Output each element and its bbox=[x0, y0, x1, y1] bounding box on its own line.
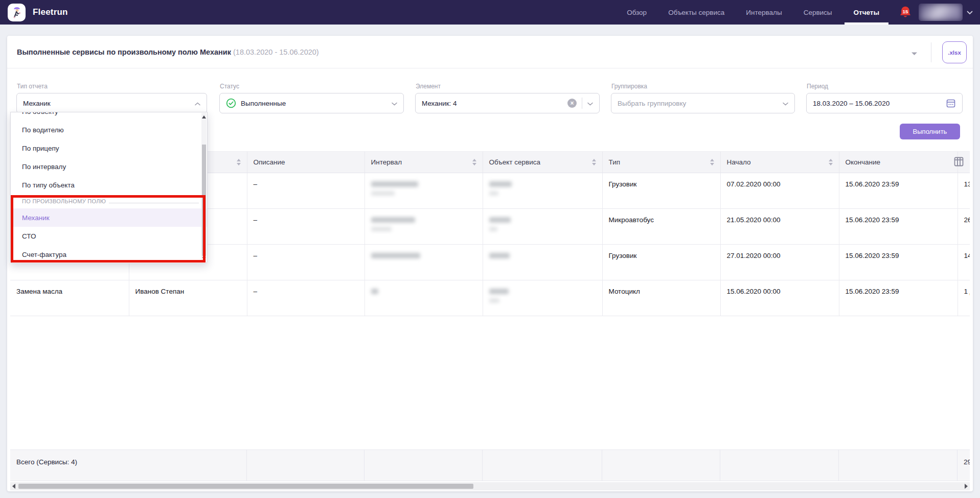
chevron-down-icon bbox=[783, 100, 788, 107]
totals-cell bbox=[483, 450, 602, 481]
table-cell bbox=[364, 245, 483, 280]
dropdown-option-by-trailer[interactable]: По прицепу bbox=[11, 139, 207, 157]
dropdown-scrollbar-thumb[interactable] bbox=[202, 145, 206, 256]
table-cell: 13 bbox=[958, 173, 970, 209]
filter-label-status: Статус bbox=[220, 83, 239, 90]
scroll-left-arrow-icon[interactable] bbox=[12, 484, 15, 489]
report-title-row: Выполненные сервисы по произвольному пол… bbox=[7, 36, 973, 68]
chevron-up-icon bbox=[195, 100, 200, 107]
table-cell: 15.06.2020 23:59 bbox=[839, 245, 958, 280]
table-cell: 14 bbox=[958, 245, 970, 280]
grouping-select[interactable]: Выбрать группировку bbox=[611, 93, 795, 113]
column-header: Описание bbox=[247, 152, 364, 173]
table-cell: Грузовик bbox=[602, 245, 720, 280]
app: Fleetrun Обзор Объекты сервиса Интервалы… bbox=[0, 0, 980, 498]
column-header-label: Начало bbox=[727, 158, 751, 166]
table-cell: 15.06.2020 00:00 bbox=[720, 280, 839, 316]
table-cell bbox=[364, 173, 483, 209]
dropdown-option-invoice[interactable]: Счет-фактура bbox=[11, 245, 207, 264]
redacted-text bbox=[489, 289, 509, 294]
column-header-label: Объект сервиса bbox=[489, 158, 540, 166]
totals-cell bbox=[364, 450, 483, 481]
redacted-text bbox=[371, 217, 415, 223]
scroll-down-arrow-icon[interactable] bbox=[202, 257, 206, 260]
column-header[interactable]: Интервал bbox=[364, 152, 483, 173]
notifications-bell-icon[interactable]: 15 bbox=[899, 6, 911, 19]
redacted-text bbox=[489, 181, 512, 187]
sort-arrows-icon[interactable] bbox=[472, 159, 476, 165]
period-input[interactable]: 18.03.2020 – 15.06.2020 bbox=[806, 93, 963, 113]
fleetrun-logo-icon bbox=[8, 4, 26, 21]
collapse-chevron-down-icon[interactable] bbox=[911, 49, 918, 58]
table-cell: Грузовик bbox=[602, 173, 720, 209]
sort-arrows-icon[interactable] bbox=[710, 159, 714, 165]
column-header[interactable]: Тип bbox=[602, 152, 720, 173]
filter-label-report-type: Тип отчета bbox=[17, 83, 48, 90]
redacted-text bbox=[489, 298, 499, 303]
dropdown-option-by-object-type[interactable]: По типу объекта bbox=[11, 176, 207, 194]
table-cell: Иванов Степан bbox=[129, 280, 247, 316]
dropdown-option-by-object[interactable]: По объекту bbox=[11, 112, 207, 121]
notifications-count: 15 bbox=[903, 9, 908, 14]
user-menu-chevron-down-icon[interactable] bbox=[967, 8, 973, 17]
sort-arrows-icon[interactable] bbox=[592, 159, 596, 165]
clear-element-icon[interactable]: × bbox=[567, 99, 577, 108]
column-header-label: Тип bbox=[609, 158, 621, 166]
scroll-right-arrow-icon[interactable] bbox=[965, 484, 968, 489]
report-title: Выполненные сервисы по произвольному пол… bbox=[17, 48, 319, 56]
column-header[interactable]: Объект сервиса bbox=[483, 152, 602, 173]
element-select[interactable]: Механик: 4 × bbox=[415, 93, 600, 113]
filter-label-period: Период bbox=[807, 83, 828, 90]
dropdown-option-sto[interactable]: СТО bbox=[11, 227, 207, 245]
user-avatar[interactable] bbox=[919, 4, 963, 21]
columns-settings-icon[interactable] bbox=[954, 157, 964, 169]
filter-label-element: Элемент bbox=[416, 83, 441, 90]
table-cell: 27.01.2020 00:00 bbox=[720, 245, 839, 280]
dropdown-option-mechanic[interactable]: Механик bbox=[11, 208, 207, 227]
table-cell: 07.02.2020 00:00 bbox=[720, 173, 839, 209]
table-cell bbox=[364, 280, 483, 316]
table-row: Замена маслаИванов Степан–Мотоцикл15.06.… bbox=[10, 280, 970, 316]
nav-item-reports[interactable]: Отчеты bbox=[843, 0, 890, 25]
scroll-up-arrow-icon[interactable] bbox=[202, 115, 206, 118]
totals-cell bbox=[247, 450, 364, 481]
dropdown-option-by-interval[interactable]: По интервалу bbox=[11, 157, 207, 176]
redacted-text bbox=[489, 227, 497, 231]
redacted-text bbox=[371, 181, 418, 187]
dropdown-scrollbar[interactable] bbox=[201, 113, 207, 263]
nav-item-intervals[interactable]: Интервалы bbox=[735, 0, 792, 25]
report-type-dropdown: По объекту По водителю По прицепу По инт… bbox=[10, 112, 208, 264]
report-type-select[interactable]: Механик bbox=[16, 93, 207, 113]
redacted-text bbox=[489, 217, 511, 223]
column-header[interactable]: Начало bbox=[720, 152, 839, 173]
report-card: Выполненные сервисы по произвольному пол… bbox=[7, 36, 973, 491]
chevron-down-icon bbox=[587, 100, 593, 107]
table-cell bbox=[483, 280, 602, 316]
top-bar: Fleetrun Обзор Объекты сервиса Интервалы… bbox=[0, 0, 980, 25]
redacted-text bbox=[489, 253, 510, 258]
table-cell: Мотоцикл bbox=[602, 280, 720, 316]
column-header-label: Окончание bbox=[846, 158, 881, 166]
table-cell bbox=[483, 173, 602, 209]
dropdown-option-by-driver[interactable]: По водителю bbox=[11, 121, 207, 139]
redacted-text bbox=[371, 191, 395, 196]
totals-cell bbox=[839, 450, 958, 481]
column-header-label: Интервал bbox=[371, 158, 402, 166]
run-report-button[interactable]: Выполнить bbox=[900, 124, 960, 139]
sort-arrows-icon[interactable] bbox=[829, 159, 833, 165]
sort-arrows-icon[interactable] bbox=[237, 159, 241, 165]
status-select[interactable]: Выполненные bbox=[219, 93, 404, 113]
nav-item-services[interactable]: Сервисы bbox=[793, 0, 843, 25]
chevron-down-icon bbox=[392, 100, 397, 107]
export-xlsx-button[interactable]: .xlsx bbox=[942, 41, 967, 63]
table-cell: – bbox=[247, 245, 364, 280]
scrollbar-thumb[interactable] bbox=[18, 484, 473, 489]
redacted-text bbox=[489, 191, 498, 196]
nav-item-overview[interactable]: Обзор bbox=[616, 0, 657, 25]
nav-item-service-objects[interactable]: Объекты сервиса bbox=[657, 0, 735, 25]
table-cell: 15.06.2020 23:59 bbox=[839, 209, 958, 245]
column-header: Окончание bbox=[839, 152, 958, 173]
calendar-icon[interactable] bbox=[946, 98, 956, 108]
redacted-text bbox=[371, 253, 420, 258]
horizontal-scrollbar[interactable] bbox=[10, 482, 970, 490]
